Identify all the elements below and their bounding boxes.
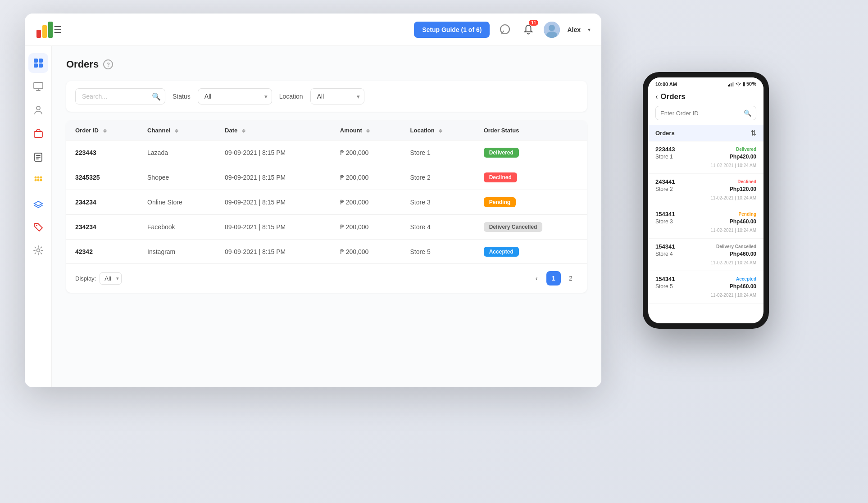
table-row[interactable]: 42342 Instagram 09-09-2021 | 8:15 PM ₱ 2… — [66, 240, 587, 264]
sidebar-item-user[interactable] — [28, 100, 48, 120]
sidebar-item-tag[interactable] — [28, 217, 48, 237]
cell-location: Store 5 — [401, 240, 475, 264]
sort-channel-icon — [175, 129, 178, 133]
setup-guide-button[interactable]: Setup Guide (1 of 6) — [414, 22, 490, 38]
svg-rect-2 — [48, 22, 53, 38]
phone-order-item[interactable]: 243441 Declined Store 2 Php120.00 11-02-… — [648, 174, 763, 206]
cell-amount: ₱ 200,000 — [331, 240, 401, 264]
cell-order-id: 234234 — [66, 190, 138, 215]
svg-rect-27 — [733, 82, 734, 86]
svg-point-3 — [500, 25, 509, 34]
cell-date: 09-09-2021 | 8:15 PM — [216, 190, 331, 215]
phone-order-store: Store 1 — [655, 154, 673, 160]
display-select[interactable]: All 10 25 50 — [100, 272, 122, 285]
sidebar-item-monitor[interactable] — [28, 77, 48, 96]
table-row[interactable]: 3245325 Shopee 09-09-2021 | 8:15 PM ₱ 20… — [66, 165, 587, 190]
svg-point-18 — [34, 179, 36, 181]
table-row[interactable]: 234234 Online Store 09-09-2021 | 8:15 PM… — [66, 190, 587, 215]
orders-table-container: Order ID Channel — [66, 121, 587, 293]
settings-icon — [33, 245, 43, 255]
cell-channel: Instagram — [138, 240, 216, 264]
help-icon[interactable]: ? — [103, 59, 113, 69]
cell-status: Pending — [475, 190, 587, 215]
phone-back-arrow[interactable]: ‹ — [655, 93, 658, 101]
col-channel[interactable]: Channel — [138, 121, 216, 140]
col-order-id[interactable]: Order ID — [66, 121, 138, 140]
phone-order-row2: Store 3 Php460.00 — [655, 218, 756, 225]
cell-channel: Lazada — [138, 140, 216, 165]
chat-button[interactable] — [497, 22, 513, 38]
phone-order-item[interactable]: 154341 Accepted Store 5 Php460.00 11-02-… — [648, 271, 763, 304]
table-row[interactable]: 234234 Facebook 09-09-2021 | 8:15 PM ₱ 2… — [66, 215, 587, 240]
status-badge: Pending — [484, 197, 516, 207]
phone-order-item[interactable]: 223443 Delivered Store 1 Php420.00 11-02… — [648, 141, 763, 174]
cell-status: Declined — [475, 165, 587, 190]
phone-order-item[interactable]: 154341 Pending Store 3 Php460.00 11-02-2… — [648, 206, 763, 239]
sidebar-item-shop[interactable] — [28, 123, 48, 143]
svg-rect-10 — [39, 63, 43, 68]
phone-order-id: 154341 — [655, 243, 675, 250]
svg-rect-8 — [39, 59, 43, 63]
phone-order-id: 154341 — [655, 211, 675, 218]
svg-rect-24 — [729, 84, 730, 86]
content-area: Orders ? 🔍 Status All Deliver — [52, 46, 601, 387]
table-header-row: Order ID Channel — [66, 121, 587, 140]
svg-rect-1 — [42, 25, 47, 38]
sidebar-item-settings[interactable] — [28, 240, 48, 260]
status-badge: Delivered — [484, 148, 519, 158]
svg-point-12 — [36, 106, 40, 110]
top-bar: ☰ Setup Guide (1 of 6) — [25, 14, 601, 46]
display-select-wrap: All 10 25 50 — [100, 272, 122, 285]
phone-order-item[interactable]: 154341 Delivery Cancelled Store 4 Php460… — [648, 239, 763, 271]
page-1-button[interactable]: 1 — [546, 271, 561, 285]
phone-search-input[interactable] — [660, 110, 740, 117]
app-logo — [36, 21, 54, 39]
svg-rect-7 — [34, 59, 38, 63]
sidebar-item-orders[interactable] — [28, 147, 48, 167]
col-date[interactable]: Date — [216, 121, 331, 140]
monitor-icon — [33, 82, 43, 91]
col-order-status: Order Status — [475, 121, 587, 140]
phone-order-date: 11-02-2021 | 10:24 AM — [710, 260, 756, 265]
table-row[interactable]: 223443 Lazada 09-09-2021 | 8:15 PM ₱ 200… — [66, 140, 587, 165]
phone-order-row1: 243441 Declined — [655, 178, 756, 185]
user-menu-chevron[interactable]: ▾ — [588, 27, 591, 33]
svg-point-22 — [36, 249, 40, 252]
sidebar-item-layers[interactable] — [28, 194, 48, 213]
status-filter-select[interactable]: All Delivered Declined Pending Delivery … — [198, 88, 272, 104]
location-filter-select[interactable]: All Store 1 Store 2 Store 3 Store 4 Stor… — [310, 88, 364, 104]
svg-point-15 — [34, 177, 36, 179]
sidebar-item-dashboard[interactable] — [28, 53, 48, 73]
cell-order-id: 3245325 — [66, 165, 138, 190]
pagination-controls: ‹ 1 2 — [529, 271, 578, 285]
cell-status: Delivered — [475, 140, 587, 165]
svg-point-5 — [549, 25, 555, 31]
page-2-button[interactable]: 2 — [564, 271, 578, 285]
phone-search-icon: 🔍 — [744, 109, 751, 117]
phone-back-row: ‹ Orders — [655, 92, 756, 101]
sidebar-item-widget[interactable] — [28, 170, 48, 190]
col-location[interactable]: Location — [401, 121, 475, 140]
phone-order-row1: 154341 Delivery Cancelled — [655, 243, 756, 250]
phone-order-row1: 223443 Delivered — [655, 146, 756, 153]
phone-status-right: ▮ 50% — [728, 81, 756, 87]
page-title: Orders — [66, 59, 99, 70]
status-badge: Delivery Cancelled — [484, 222, 543, 232]
cell-date: 09-09-2021 | 8:15 PM — [216, 165, 331, 190]
phone-order-date: 11-02-2021 | 10:24 AM — [710, 163, 756, 168]
prev-page-button[interactable]: ‹ — [529, 271, 544, 285]
phone-filter-icon[interactable]: ⇅ — [750, 129, 756, 137]
svg-rect-26 — [732, 82, 733, 86]
cell-amount: ₱ 200,000 — [331, 140, 401, 165]
phone-order-store: Store 5 — [655, 283, 673, 290]
phone-order-row2: Store 1 Php420.00 — [655, 154, 756, 160]
notifications-button[interactable]: 11 — [520, 22, 536, 38]
menu-toggle-icon[interactable]: ☰ — [54, 24, 62, 35]
cell-order-id: 234234 — [66, 215, 138, 240]
scene: ☰ Setup Guide (1 of 6) — [0, 0, 868, 503]
cell-order-id: 42342 — [66, 240, 138, 264]
phone-mockup: 10:00 AM ▮ 50% — [643, 72, 769, 329]
col-amount[interactable]: Amount — [331, 121, 401, 140]
dashboard-icon — [33, 58, 43, 68]
phone-order-id: 243441 — [655, 178, 675, 185]
